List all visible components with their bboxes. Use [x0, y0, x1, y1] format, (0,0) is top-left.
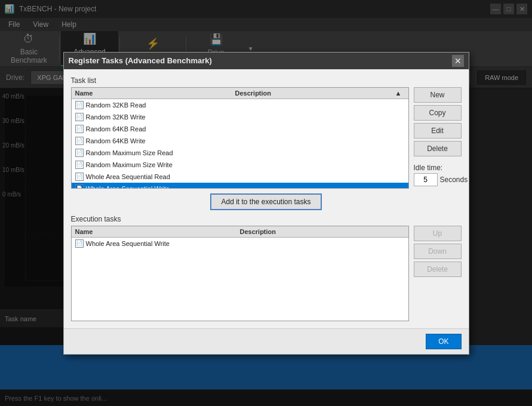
task-icon: 📄 [75, 113, 84, 121]
sort-icon: ▲ [395, 90, 405, 97]
task-name: Whole Area Sequential Write [86, 185, 244, 188]
task-icon: 📄 [75, 161, 84, 169]
dialog-title-bar: Register Tasks (Advanced Benchmark) ✕ [64, 53, 469, 69]
list-item[interactable]: 📄 Random 64KB Read [72, 123, 408, 135]
task-list-header: Name Description ▲ [72, 88, 408, 99]
task-icon: 📄 [75, 149, 84, 157]
list-item[interactable]: 📄 Whole Area Sequential Write [72, 183, 408, 188]
exec-task-name: Whole Area Sequential Write [86, 240, 244, 247]
exec-list-panel: Name Description 📄 Whole Area Sequential… [71, 226, 409, 321]
exec-list-item[interactable]: 📄 Whole Area Sequential Write [72, 238, 408, 250]
task-name: Random Maximum Size Write [86, 161, 244, 168]
add-to-execution-button[interactable]: Add it to the execution tasks [210, 193, 321, 210]
exec-delete-button[interactable]: Delete [414, 262, 462, 277]
task-list-scroll[interactable]: 📄 Random 32KB Read 📄 Random 32KB Write 📄… [72, 99, 408, 188]
exec-section-label: Execution tasks [71, 215, 462, 223]
exec-side-buttons: Up Down Delete [414, 226, 462, 321]
execution-tasks-section: Execution tasks Name Description 📄 Whole… [71, 215, 462, 321]
task-name: Random 64KB Write [86, 137, 244, 144]
list-item[interactable]: 📄 Random 32KB Write [72, 111, 408, 123]
list-item[interactable]: 📄 Random Maximum Size Read [72, 147, 408, 159]
ok-button[interactable]: OK [426, 334, 461, 346]
task-icon: 📄 [75, 101, 84, 109]
task-name: Whole Area Sequential Read [86, 173, 244, 180]
idle-time-group: Idle time: Seconds [414, 164, 462, 186]
idle-time-unit: Seconds [440, 176, 468, 184]
exec-desc-header: Description [240, 228, 405, 235]
idle-time-label: Idle time: [414, 164, 468, 172]
list-item[interactable]: 📄 Whole Area Sequential Read [72, 171, 408, 183]
task-name: Random 32KB Read [86, 102, 244, 109]
exec-list-header: Name Description [72, 226, 408, 238]
task-list-name-header: Name [75, 90, 235, 97]
list-item[interactable]: 📄 Random 64KB Write [72, 135, 408, 147]
dialog-title: Register Tasks (Advanced Benchmark) [69, 56, 452, 65]
dialog-body: Task list Name Description ▲ 📄 Random 32… [64, 69, 469, 328]
exec-task-icon: 📄 [75, 239, 84, 248]
task-icon: 📄 [75, 184, 84, 188]
list-item[interactable]: 📄 Random Maximum Size Write [72, 159, 408, 171]
task-list-section-label: Task list [71, 76, 462, 85]
dialog-close-button[interactable]: ✕ [452, 55, 464, 67]
task-icon: 📄 [75, 137, 84, 145]
task-list-panel: Name Description ▲ 📄 Random 32KB Read 📄 … [71, 87, 409, 189]
up-button[interactable]: Up [414, 226, 462, 241]
task-side-buttons: New Copy Edit Delete Idle time: Seconds [414, 87, 462, 189]
edit-button[interactable]: Edit [414, 123, 462, 139]
add-button-row: Add it to the execution tasks [71, 193, 462, 210]
task-icon: 📄 [75, 173, 84, 181]
register-tasks-dialog: Register Tasks (Advanced Benchmark) ✕ Ta… [63, 52, 469, 346]
delete-button[interactable]: Delete [414, 141, 462, 156]
task-name: Random 32KB Write [86, 113, 244, 121]
copy-button[interactable]: Copy [414, 105, 462, 121]
task-list-desc-header: Description [235, 90, 395, 97]
dialog-overlay: Register Tasks (Advanced Benchmark) ✕ Ta… [0, 0, 532, 345]
task-name: Random 64KB Read [86, 125, 244, 133]
exec-name-header: Name [75, 228, 240, 235]
task-icon: 📄 [75, 125, 84, 133]
exec-list-area: Name Description 📄 Whole Area Sequential… [71, 226, 462, 321]
new-button[interactable]: New [414, 87, 462, 103]
dialog-footer: OK [64, 328, 469, 346]
task-list-area: Name Description ▲ 📄 Random 32KB Read 📄 … [71, 87, 462, 189]
down-button[interactable]: Down [414, 244, 462, 259]
idle-time-input[interactable] [414, 173, 438, 186]
list-item[interactable]: 📄 Random 32KB Read [72, 99, 408, 111]
task-name: Random Maximum Size Read [86, 149, 244, 156]
